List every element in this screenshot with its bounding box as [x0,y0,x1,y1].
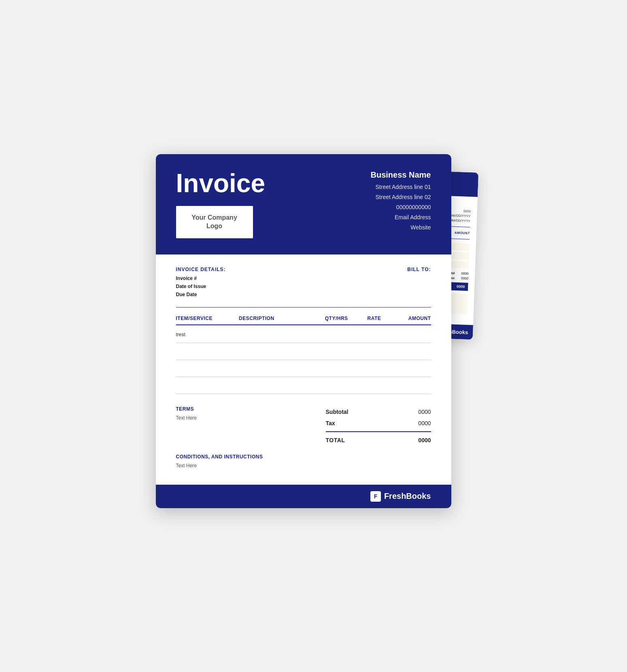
grand-total-label: TOTAL [326,437,345,443]
table-row-4 [176,377,431,394]
invoice-header: Invoice Your Company Logo Business Name … [156,154,451,254]
conditions-title: CONDITIONS, AND INSTRUCTIONS [176,454,431,460]
header-left: Invoice Your Company Logo [176,170,266,238]
meta-right: BILL TO: [407,267,431,300]
date-of-issue-label: Date of Issue [176,284,226,289]
invoice-table: ITEM/SERVICE DESCRIPTION QTY/HRS RATE AM… [176,316,431,394]
grand-total-row: TOTAL 0000 [326,435,431,446]
table-header-row: ITEM/SERVICE DESCRIPTION QTY/HRS RATE AM… [176,316,431,325]
invoice-details-title: INVOICE DETAILS: [176,267,226,272]
tax-row: Tax 0000 [326,418,431,429]
scene: INVOICE DETAILS: Invoice # 0000 Date of … [156,154,472,518]
logo-text: Your Company Logo [191,214,237,231]
col-header-amount: AMOUNT [393,316,431,321]
business-name: Business Name [371,170,431,180]
freshbooks-label: FreshBooks [384,492,431,501]
back-invoice-number-value: 0000 [463,209,470,213]
invoice-title: Invoice [176,170,266,196]
subtotal-label: Subtotal [326,409,349,415]
invoice-number-label: Invoice # [176,276,226,281]
terms-section: TERMS Text Here [176,406,326,421]
back-col-amount: AMOUNT [454,231,470,235]
back-due-date-value: MM/DD/YYYY [450,218,470,223]
business-email: Email Address [371,212,431,223]
totals-section: Subtotal 0000 Tax 0000 TOTAL 0000 [326,406,431,446]
tax-value: 0000 [418,420,431,426]
business-address1: Street Address line 01 [371,182,431,192]
invoice-meta: INVOICE DETAILS: Invoice # Date of Issue… [176,267,431,307]
conditions-section: CONDITIONS, AND INSTRUCTIONS Text Here [156,454,451,477]
conditions-text: Text Here [176,463,431,468]
back-tax-value: 0000 [461,276,468,280]
col-header-desc: DESCRIPTION [239,316,317,321]
back-subtotal-value: 0000 [461,271,468,276]
bill-to-title: BILL TO: [407,267,431,272]
business-info: Business Name Street Address line 01 Str… [371,170,431,233]
back-date-issue-value: MM/DD/YYYY [450,214,470,218]
invoice-main-footer: F FreshBooks [156,485,451,508]
terms-title: TERMS [176,406,326,412]
invoice-front: Invoice Your Company Logo Business Name … [156,154,451,508]
total-divider [326,431,431,432]
logo-box: Your Company Logo [176,206,253,238]
subtotal-row: Subtotal 0000 [326,406,431,418]
freshbooks-icon: F [370,491,381,502]
table-row-3 [176,360,431,377]
invoice-footer-section: TERMS Text Here Subtotal 0000 Tax 0000 T… [176,398,431,454]
business-address2: Street Address line 02 [371,192,431,202]
business-website: Website [371,223,431,233]
meta-left: INVOICE DETAILS: Invoice # Date of Issue… [176,267,226,300]
subtotal-value: 0000 [418,409,431,415]
row1-item: trest [176,332,239,337]
invoice-body: INVOICE DETAILS: Invoice # Date of Issue… [156,254,451,454]
grand-total-value: 0000 [418,437,431,443]
back-total-value: 0000 [457,284,468,289]
col-header-rate: RATE [355,316,393,321]
table-row-2 [176,343,431,360]
business-phone: 00000000000 [371,202,431,212]
col-header-item: ITEM/SERVICE [176,316,239,321]
freshbooks-logo: F FreshBooks [370,491,431,502]
terms-text: Text Here [176,415,326,421]
due-date-label: Due Date [176,292,226,297]
col-header-qty: QTY/HRS [318,316,355,321]
table-row-1: trest [176,327,431,343]
tax-label: Tax [326,420,335,426]
